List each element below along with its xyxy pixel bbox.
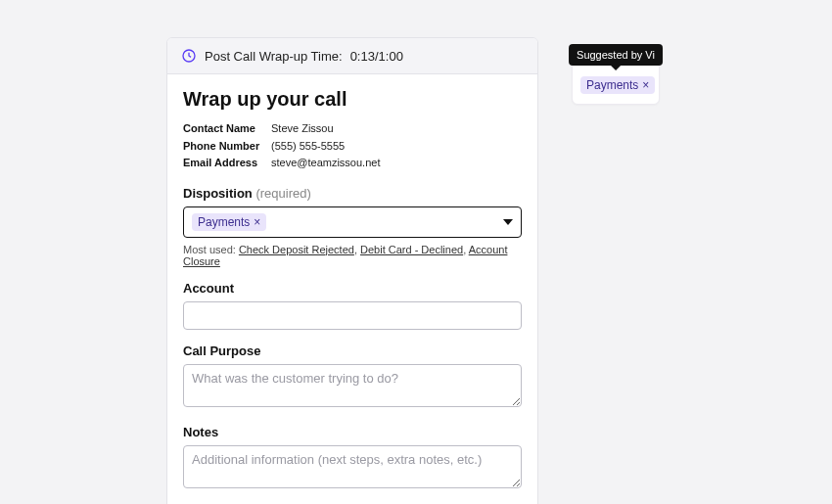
most-used-link-1[interactable]: Debit Card - Declined (360, 244, 463, 255)
account-label: Account (183, 281, 522, 296)
contact-phone-row: Phone Number (555) 555-5555 (183, 138, 522, 156)
contact-phone-value: (555) 555-5555 (271, 138, 345, 156)
suggestion-chip[interactable]: Payments × (580, 76, 655, 94)
notes-input[interactable] (183, 445, 522, 488)
notes-label: Notes (183, 425, 522, 439)
suggestion-chip-label: Payments (586, 78, 638, 92)
timer-bar: Post Call Wrap-up Time: 0:13/1:00 (167, 38, 537, 74)
suggestion-tooltip: Suggested by Vi (569, 44, 663, 66)
contact-name-row: Contact Name Steve Zissou (183, 120, 522, 138)
wrapup-card: Post Call Wrap-up Time: 0:13/1:00 Wrap u… (166, 37, 538, 504)
disposition-required: (required) (255, 186, 310, 201)
notes-section: Notes (183, 425, 522, 492)
disposition-section: Disposition (required) Payments × Most u… (183, 186, 522, 267)
account-input[interactable] (183, 301, 522, 330)
call-purpose-label: Call Purpose (183, 344, 522, 358)
timer-value: 0:13/1:00 (350, 49, 403, 64)
account-section: Account (183, 281, 522, 330)
close-icon[interactable]: × (642, 79, 649, 91)
contact-phone-label: Phone Number (183, 138, 271, 156)
timer-label: Post Call Wrap-up Time: (205, 49, 343, 64)
contact-email-row: Email Address steve@teamzissou.net (183, 155, 522, 172)
disposition-chip-label: Payments (198, 215, 250, 229)
most-used-link-0[interactable]: Check Deposit Rejected (239, 244, 354, 255)
disposition-chip[interactable]: Payments × (192, 213, 266, 231)
page-title: Wrap up your call (183, 88, 522, 111)
disposition-hint: Most used: Check Deposit Rejected, Debit… (183, 244, 522, 267)
suggestion-popover: Suggested by Vi Payments × (572, 47, 660, 105)
contact-name-value: Steve Zissou (271, 120, 334, 138)
disposition-label: Disposition (required) (183, 186, 522, 201)
disposition-select[interactable]: Payments × (183, 206, 522, 238)
call-purpose-section: Call Purpose (183, 344, 522, 411)
disposition-hint-prefix: Most used: (183, 244, 236, 255)
contact-email-value: steve@teamzissou.net (271, 155, 380, 172)
close-icon[interactable]: × (254, 216, 260, 228)
clock-icon (181, 48, 197, 64)
disposition-label-text: Disposition (183, 186, 253, 201)
call-purpose-input[interactable] (183, 364, 522, 407)
chevron-down-icon (503, 219, 513, 225)
contact-name-label: Contact Name (183, 120, 271, 138)
wrapup-content: Wrap up your call Contact Name Steve Zis… (167, 74, 537, 504)
contact-email-label: Email Address (183, 155, 271, 172)
